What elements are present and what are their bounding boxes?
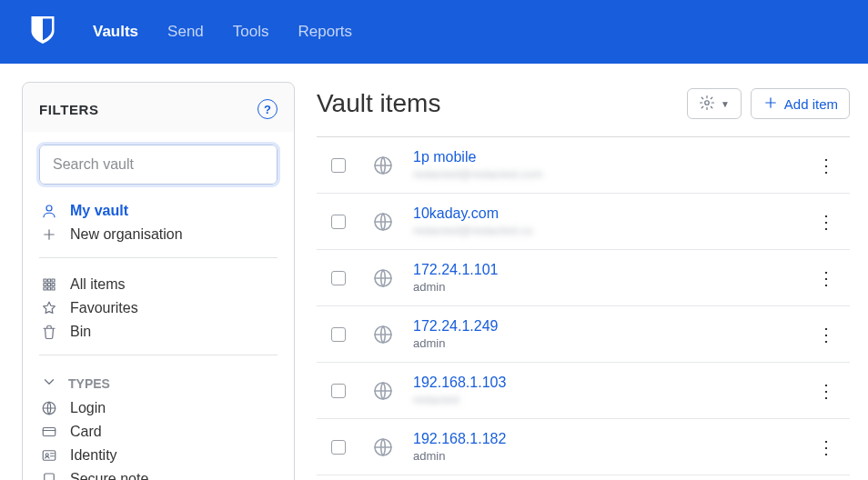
svg-rect-5 (48, 284, 51, 286)
sidebar-item-favourites[interactable]: Favourites (39, 296, 278, 320)
top-nav: Vaults Send Tools Reports (0, 0, 868, 64)
sidebar-item-label: New organisation (70, 226, 183, 243)
sidebar-item-label: Favourites (70, 300, 138, 316)
sidebar-item-my-vault[interactable]: My vault (39, 199, 278, 223)
page-title: Vault items (317, 89, 440, 118)
svg-point-15 (705, 100, 710, 105)
star-icon (39, 300, 59, 316)
svg-rect-12 (43, 451, 56, 461)
gear-icon (699, 95, 715, 114)
item-title[interactable]: 172.24.1.101 (413, 262, 812, 278)
svg-rect-1 (44, 279, 46, 282)
filters-panel: FILTERS ? My vault N (22, 82, 295, 480)
main-content: Vault items ▼ Add item 1p mobileredacted… (295, 64, 868, 480)
item-menu-button[interactable]: ⋮ (812, 264, 841, 293)
nav-tools[interactable]: Tools (233, 23, 269, 41)
type-secure-note[interactable]: Secure note (39, 467, 278, 480)
user-icon (39, 203, 59, 219)
card-icon (39, 424, 59, 440)
select-checkbox[interactable] (331, 384, 346, 398)
sidebar-item-label: Secure note (70, 471, 148, 480)
nav-send[interactable]: Send (167, 23, 204, 41)
item-menu-button[interactable]: ⋮ (812, 207, 841, 236)
sidebar-item-label: Login (70, 400, 106, 416)
vault-item-row: 172.24.1.101admin⋮ (317, 250, 850, 306)
trash-icon (39, 324, 59, 340)
nav-reports[interactable]: Reports (298, 23, 352, 41)
svg-rect-9 (52, 287, 55, 290)
select-checkbox[interactable] (331, 271, 346, 285)
sidebar-item-all[interactable]: All items (39, 273, 278, 296)
svg-rect-3 (52, 279, 55, 282)
svg-rect-11 (43, 428, 56, 436)
item-title[interactable]: 192.168.1.182 (413, 431, 812, 447)
globe-icon (371, 435, 395, 459)
type-card[interactable]: Card (39, 420, 278, 444)
settings-dropdown[interactable]: ▼ (687, 88, 742, 119)
grid-icon (39, 276, 59, 293)
item-menu-button[interactable]: ⋮ (812, 433, 841, 462)
nav-vaults[interactable]: Vaults (93, 23, 138, 41)
svg-rect-7 (44, 287, 46, 290)
item-subtitle: admin (413, 336, 812, 350)
item-subtitle: admin (413, 280, 812, 294)
vault-item-list: 1p mobileredacted@redacted.com⋮10kaday.c… (317, 137, 850, 475)
globe-icon (39, 400, 59, 416)
item-subtitle: redacted@redacted.com (413, 167, 812, 181)
types-heading[interactable]: TYPES (39, 370, 278, 396)
globe-icon (371, 154, 395, 177)
svg-rect-8 (48, 287, 51, 290)
select-checkbox[interactable] (331, 158, 346, 173)
select-checkbox[interactable] (331, 215, 346, 229)
add-item-label: Add item (784, 96, 838, 112)
globe-icon (371, 379, 395, 403)
filters-title: FILTERS (39, 102, 99, 117)
item-title[interactable]: 10kaday.com (413, 205, 812, 222)
select-checkbox[interactable] (331, 440, 346, 455)
sidebar-item-label: Bin (70, 324, 91, 340)
plus-icon (39, 226, 59, 243)
item-menu-button[interactable]: ⋮ (812, 376, 841, 405)
id-icon (39, 447, 59, 464)
item-subtitle: redacted (413, 393, 812, 406)
svg-rect-14 (45, 474, 55, 480)
help-icon[interactable]: ? (257, 99, 278, 119)
vault-item-row: 192.168.1.182admin⋮ (317, 419, 850, 475)
item-menu-button[interactable]: ⋮ (812, 151, 841, 180)
types-heading-label: TYPES (68, 376, 110, 391)
search-input[interactable] (39, 145, 278, 185)
svg-rect-4 (44, 284, 46, 286)
sidebar-item-label: All items (70, 276, 125, 293)
vault-item-row: 10kaday.comredacted@redacted.co⋮ (317, 194, 850, 250)
select-checkbox[interactable] (331, 327, 346, 342)
item-menu-button[interactable]: ⋮ (812, 320, 841, 349)
svg-rect-6 (52, 284, 55, 286)
item-title[interactable]: 172.24.1.249 (413, 318, 812, 335)
chevron-down-icon (39, 374, 59, 393)
plus-icon (762, 95, 779, 114)
globe-icon (371, 323, 395, 346)
caret-down-icon: ▼ (721, 99, 730, 109)
add-item-button[interactable]: Add item (751, 88, 850, 119)
item-subtitle: admin (413, 449, 812, 463)
note-icon (39, 471, 59, 480)
globe-icon (371, 266, 395, 290)
svg-point-0 (46, 205, 52, 211)
type-identity[interactable]: Identity (39, 444, 278, 467)
primary-nav: Vaults Send Tools Reports (93, 23, 352, 41)
sidebar-item-new-org[interactable]: New organisation (39, 223, 278, 246)
sidebar-item-label: Identity (70, 447, 117, 464)
svg-point-13 (45, 454, 48, 456)
item-title[interactable]: 192.168.1.103 (413, 375, 812, 391)
type-login[interactable]: Login (39, 396, 278, 420)
vault-item-row: 172.24.1.249admin⋮ (317, 306, 850, 363)
sidebar-item-label: My vault (70, 203, 128, 219)
sidebar-item-bin[interactable]: Bin (39, 320, 278, 344)
vault-item-row: 1p mobileredacted@redacted.com⋮ (317, 137, 850, 194)
item-title[interactable]: 1p mobile (413, 149, 812, 165)
app-logo (29, 14, 56, 50)
item-subtitle: redacted@redacted.co (413, 224, 812, 237)
vault-item-row: 192.168.1.103redacted⋮ (317, 363, 850, 419)
sidebar-item-label: Card (70, 424, 102, 440)
svg-rect-2 (48, 279, 51, 282)
